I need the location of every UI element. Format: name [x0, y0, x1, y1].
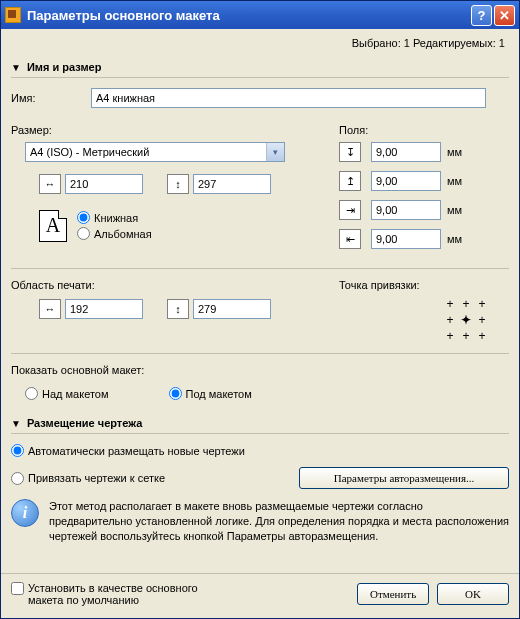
width-input[interactable]	[65, 174, 143, 194]
below-layout-radio[interactable]: Под макетом	[169, 387, 252, 400]
margin-right-icon: ⇤	[339, 229, 361, 249]
print-width-icon: ↔	[39, 299, 61, 319]
auto-placement-params-button[interactable]: Параметры авторазмещения...	[299, 467, 509, 489]
app-icon	[5, 7, 21, 23]
default-layout-label: Установить в качестве основного макета п…	[28, 582, 208, 606]
cancel-button[interactable]: Отменить	[357, 583, 429, 605]
size-select[interactable]: ▾	[25, 142, 285, 162]
above-label: Над макетом	[42, 388, 109, 400]
margin-left-input[interactable]	[371, 200, 441, 220]
margin-bottom-icon: ↥	[339, 171, 361, 191]
above-layout-radio[interactable]: Над макетом	[25, 387, 109, 400]
close-button[interactable]: ✕	[494, 5, 515, 26]
unit-mm: мм	[447, 204, 462, 216]
divider	[11, 353, 509, 354]
divider	[11, 268, 509, 269]
unit-mm: мм	[447, 175, 462, 187]
auto-place-radio[interactable]: Автоматически размещать новые чертежи	[11, 444, 509, 457]
snap-label: Привязать чертежи к сетке	[28, 472, 165, 484]
margin-left-icon: ⇥	[339, 200, 361, 220]
margin-bottom-input[interactable]	[371, 171, 441, 191]
above-radio-input[interactable]	[25, 387, 38, 400]
height-icon: ↕	[167, 174, 189, 194]
help-button[interactable]: ?	[471, 5, 492, 26]
print-width-input[interactable]	[65, 299, 143, 319]
window-title: Параметры основного макета	[27, 8, 469, 23]
print-height-icon: ↕	[167, 299, 189, 319]
orientation-landscape-radio[interactable]: Альбомная	[77, 227, 152, 240]
anchor-dot-selected[interactable]: ✦	[459, 313, 473, 327]
print-height-input[interactable]	[193, 299, 271, 319]
unit-mm: мм	[447, 146, 462, 158]
margin-right-input[interactable]	[371, 229, 441, 249]
page-orientation-icon: A	[39, 210, 67, 242]
bottom-bar: Установить в качестве основного макета п…	[1, 573, 519, 614]
anchor-dot[interactable]: +	[475, 313, 489, 327]
info-text: Этот метод располагает в макете вновь ра…	[49, 499, 509, 544]
landscape-radio-input[interactable]	[77, 227, 90, 240]
auto-label: Автоматически размещать новые чертежи	[28, 445, 245, 457]
portrait-radio-input[interactable]	[77, 211, 90, 224]
name-label: Имя:	[11, 92, 91, 104]
anchor-dot[interactable]: +	[459, 329, 473, 343]
landscape-label: Альбомная	[94, 228, 152, 240]
unit-mm: мм	[447, 233, 462, 245]
section-placement-header[interactable]: ▼ Размещение чертежа	[11, 413, 509, 434]
anchor-dot[interactable]: +	[443, 329, 457, 343]
portrait-label: Книжная	[94, 212, 138, 224]
chevron-down-icon: ▼	[11, 418, 21, 429]
show-master-label: Показать основной макет:	[11, 364, 509, 376]
anchor-dot[interactable]: +	[459, 297, 473, 311]
ok-button[interactable]: OK	[437, 583, 509, 605]
size-label: Размер:	[11, 124, 339, 136]
anchor-dot[interactable]: +	[475, 297, 489, 311]
orientation-portrait-radio[interactable]: Книжная	[77, 211, 152, 224]
margins-label: Поля:	[339, 124, 509, 136]
section1-title: Имя и размер	[27, 61, 101, 73]
titlebar: Параметры основного макета ? ✕	[1, 1, 519, 29]
anchor-dot[interactable]: +	[443, 313, 457, 327]
margin-top-icon: ↧	[339, 142, 361, 162]
anchor-dot[interactable]: +	[443, 297, 457, 311]
status-line: Выбрано: 1 Редактируемых: 1	[11, 35, 509, 57]
name-input[interactable]	[91, 88, 486, 108]
anchor-dot[interactable]: +	[475, 329, 489, 343]
below-label: Под макетом	[186, 388, 252, 400]
anchor-point-grid[interactable]: + + + + ✦ + + + +	[443, 297, 489, 343]
snap-grid-radio[interactable]: Привязать чертежи к сетке	[11, 472, 289, 485]
below-radio-input[interactable]	[169, 387, 182, 400]
default-layout-checkbox[interactable]	[11, 582, 24, 595]
section-name-size-header[interactable]: ▼ Имя и размер	[11, 57, 509, 78]
anchor-label: Точка привязки:	[339, 279, 509, 291]
margin-top-input[interactable]	[371, 142, 441, 162]
dropdown-icon[interactable]: ▾	[266, 143, 284, 161]
size-select-value[interactable]	[25, 142, 285, 162]
section2-title: Размещение чертежа	[27, 417, 142, 429]
print-area-label: Область печати:	[11, 279, 339, 291]
snap-radio-input[interactable]	[11, 472, 24, 485]
info-icon: i	[11, 499, 39, 527]
width-icon: ↔	[39, 174, 61, 194]
height-input[interactable]	[193, 174, 271, 194]
auto-radio-input[interactable]	[11, 444, 24, 457]
chevron-down-icon: ▼	[11, 62, 21, 73]
